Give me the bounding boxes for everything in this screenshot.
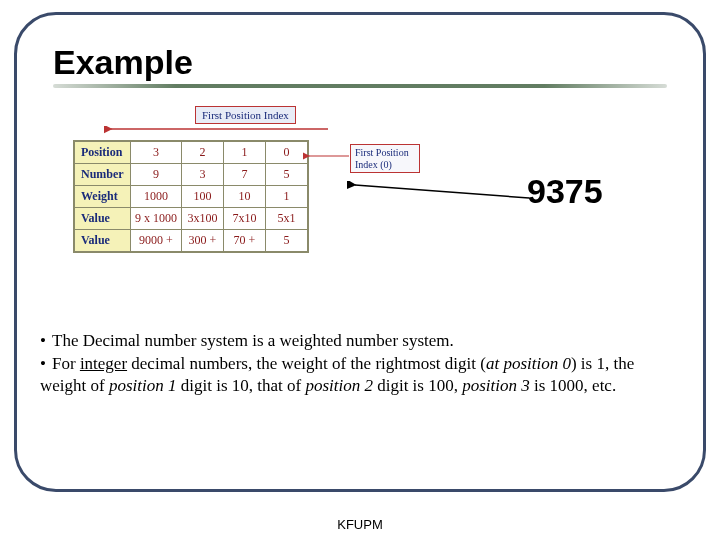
bullet-text-part: decimal numbers, the weight of the right… [127, 354, 486, 373]
cell: 70 + [224, 230, 266, 252]
bullet-italic: at position 0 [486, 354, 571, 373]
cell: 9 x 1000 [131, 208, 182, 230]
bullet-underline: integer [80, 354, 127, 373]
decimal-table-grid: Position 3 2 1 0 Number 9 3 7 5 Weight 1… [74, 141, 308, 252]
cell: 3x100 [182, 208, 224, 230]
bullet-italic: position 1 [109, 376, 177, 395]
slide-frame: Example First Position Index Position 3 … [14, 12, 706, 492]
row-header: Number [75, 164, 131, 186]
bullet-text-part: is 1000, etc. [530, 376, 616, 395]
cell: 0 [266, 142, 308, 164]
first-position-index-zero-label: First Position Index (0) [350, 144, 420, 173]
cell: 100 [182, 186, 224, 208]
bullet-text: The Decimal number system is a weighted … [52, 331, 454, 350]
example-number: 9375 [527, 172, 603, 211]
cell: 5 [266, 230, 308, 252]
cell: 9 [131, 164, 182, 186]
row-header: Value [75, 230, 131, 252]
bullet-text-part: digit is 10, that of [176, 376, 305, 395]
table-row: Value 9 x 1000 3x100 7x10 5x1 [75, 208, 308, 230]
bullet-item: •For integer decimal numbers, the weight… [40, 353, 680, 396]
row-header: Value [75, 208, 131, 230]
table-row: Weight 1000 100 10 1 [75, 186, 308, 208]
first-position-index-label: First Position Index [195, 106, 296, 124]
cell: 1 [224, 142, 266, 164]
svg-line-2 [355, 185, 529, 198]
title-underline [53, 84, 667, 88]
cell: 7x10 [224, 208, 266, 230]
cell: 2 [182, 142, 224, 164]
arrow-fpi0-to-col0-icon [303, 152, 351, 160]
content-area: First Position Index Position 3 2 1 0 N [47, 106, 673, 306]
bullet-list: •The Decimal number system is a weighted… [40, 330, 680, 398]
row-header: Weight [75, 186, 131, 208]
table-row: Position 3 2 1 0 [75, 142, 308, 164]
cell: 1000 [131, 186, 182, 208]
cell: 10 [224, 186, 266, 208]
cell: 3 [182, 164, 224, 186]
bullet-italic: position 2 [305, 376, 373, 395]
bullet-text-part: For [52, 354, 80, 373]
table-row: Number 9 3 7 5 [75, 164, 308, 186]
cell: 300 + [182, 230, 224, 252]
cell: 9000 + [131, 230, 182, 252]
cell: 5x1 [266, 208, 308, 230]
cell: 5 [266, 164, 308, 186]
bullet-text-part: digit is 100, [373, 376, 462, 395]
cell: 1 [266, 186, 308, 208]
bullet-item: •The Decimal number system is a weighted… [40, 330, 680, 351]
cell: 7 [224, 164, 266, 186]
cell: 3 [131, 142, 182, 164]
arrow-fpi-to-columns-icon [103, 126, 333, 140]
page-title: Example [53, 43, 673, 82]
arrow-bignumber-to-table-icon [347, 181, 533, 211]
decimal-table: Position 3 2 1 0 Number 9 3 7 5 Weight 1… [73, 140, 309, 253]
footer-text: KFUPM [0, 517, 720, 532]
row-header: Position [75, 142, 131, 164]
table-row: Value 9000 + 300 + 70 + 5 [75, 230, 308, 252]
bullet-italic: position 3 [462, 376, 530, 395]
